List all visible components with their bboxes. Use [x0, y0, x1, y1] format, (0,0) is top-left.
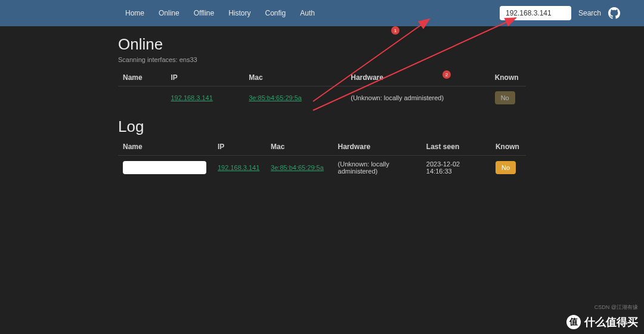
log-col-name: Name [118, 138, 213, 156]
log-cell-lastseen: 2023-12-02 14:16:33 [422, 156, 491, 180]
log-header-row: Name IP Mac Hardware Last seen Known [118, 138, 526, 156]
log-table: Name IP Mac Hardware Last seen Known 192… [118, 138, 526, 180]
nav-auth[interactable]: Auth [294, 5, 321, 21]
cell-hardware: (Unknown: locally administered) [346, 86, 490, 110]
log-col-hardware: Hardware [333, 138, 422, 156]
col-known: Known [490, 69, 526, 86]
ip-link[interactable]: 192.168.3.141 [171, 94, 212, 101]
log-title: Log [118, 117, 526, 136]
search-button[interactable]: Search [578, 9, 601, 17]
log-cell-hardware: (Unknown: locally administered) [333, 156, 422, 180]
search-area: Search [500, 6, 620, 20]
online-table: Name IP Mac Hardware Known 192.168.3.141… [118, 69, 526, 109]
log-known-button[interactable]: No [496, 161, 516, 174]
online-title: Online [118, 35, 526, 54]
nav-home[interactable]: Home [119, 5, 150, 21]
col-hardware: Hardware [346, 69, 490, 86]
nav-online[interactable]: Online [153, 5, 185, 21]
log-col-mac: Mac [266, 138, 333, 156]
log-col-known: Known [491, 138, 526, 156]
log-row: 192.168.3.141 3e:85:b4:65:29:5a (Unknown… [118, 156, 526, 180]
online-row: 192.168.3.141 3e:85:b4:65:29:5a (Unknown… [118, 86, 526, 110]
nav-offline[interactable]: Offline [188, 5, 220, 21]
nav-config[interactable]: Config [259, 5, 292, 21]
col-ip: IP [166, 69, 244, 86]
known-button[interactable]: No [495, 91, 515, 104]
online-header-row: Name IP Mac Hardware Known [118, 69, 526, 86]
log-mac-link[interactable]: 3e:85:b4:65:29:5a [271, 164, 324, 171]
cell-name [118, 86, 166, 110]
name-filter-input[interactable] [123, 161, 206, 174]
mac-link[interactable]: 3e:85:b4:65:29:5a [249, 94, 302, 101]
watermark: 值 什么值得买 [566, 315, 638, 329]
nav-links: Home Online Offline History Config Auth [119, 5, 500, 21]
log-col-lastseen: Last seen [422, 138, 491, 156]
col-mac: Mac [244, 69, 346, 86]
watermark-icon: 值 [566, 315, 581, 329]
navbar: Home Online Offline History Config Auth … [0, 0, 644, 26]
main-container: Online Scanning interfaces: ens33 Name I… [0, 26, 644, 180]
col-name: Name [118, 69, 166, 86]
search-input[interactable] [500, 6, 571, 20]
nav-history[interactable]: History [222, 5, 256, 21]
github-icon[interactable] [608, 7, 620, 19]
log-col-ip: IP [213, 138, 266, 156]
watermark-sub: CSDN @江湖有缘 [595, 304, 638, 311]
log-ip-link[interactable]: 192.168.3.141 [218, 164, 259, 171]
watermark-text: 什么值得买 [584, 315, 638, 329]
scanning-subtitle: Scanning interfaces: ens33 [118, 56, 526, 63]
